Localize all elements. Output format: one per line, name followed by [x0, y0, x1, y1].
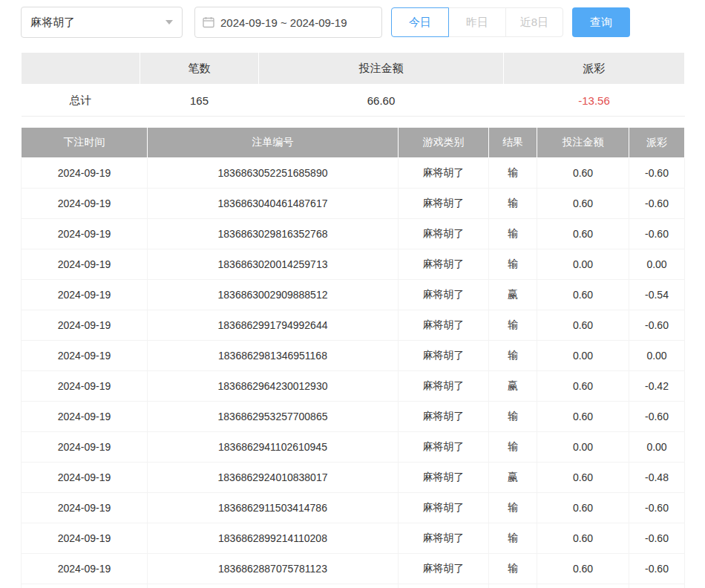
- cell-order-id: 1836862941102610945: [148, 432, 399, 463]
- cell-payout: 0.00: [629, 341, 685, 371]
- cell-payout: -0.60: [629, 310, 685, 341]
- cell-bet-amount: 0.60: [537, 280, 629, 310]
- chevron-down-icon: [165, 20, 173, 24]
- col-header-result: 结果: [489, 128, 537, 158]
- cell-payout: -0.60: [629, 493, 685, 523]
- cell-game-type: 麻将胡了: [399, 249, 489, 280]
- cell-payout: 0.00: [629, 249, 685, 280]
- cell-bet-time: 2024-09-19: [22, 341, 148, 371]
- table-row: 2024-09-191836862981346951168麻将胡了输0.000.…: [22, 341, 685, 371]
- cell-bet-time: 2024-09-19: [22, 249, 148, 280]
- filter-toolbar: 麻将胡了 2024-09-19 ~ 2024-09-19 今日 昨日 近8日 查…: [21, 7, 684, 37]
- cell-bet-time: 2024-09-19: [22, 310, 148, 341]
- cell-order-id: 1836862991794992644: [148, 310, 399, 341]
- game-select[interactable]: 麻将胡了: [21, 7, 183, 38]
- table-row: 2024-09-191836862875218489344麻将胡了输0.60-0…: [22, 584, 685, 588]
- cell-bet-amount: 0.00: [537, 249, 629, 280]
- cell-bet-amount: 0.60: [537, 463, 629, 493]
- cell-payout: -0.60: [629, 554, 685, 584]
- col-header-payout: 派彩: [629, 128, 685, 158]
- table-row: 2024-09-191836863002909888512麻将胡了赢0.60-0…: [22, 280, 685, 310]
- cell-bet-time: 2024-09-19: [22, 371, 148, 402]
- cell-result: 输: [489, 432, 537, 463]
- cell-result: 输: [489, 341, 537, 371]
- cell-bet-amount: 0.60: [537, 310, 629, 341]
- query-button[interactable]: 查询: [572, 7, 630, 37]
- table-row: 2024-09-191836862924010838017麻将胡了赢0.60-0…: [22, 463, 685, 493]
- cell-result: 赢: [489, 371, 537, 402]
- cell-bet-amount: 0.60: [537, 371, 629, 402]
- cell-game-type: 麻将胡了: [399, 341, 489, 371]
- cell-bet-time: 2024-09-19: [22, 493, 148, 523]
- cell-bet-time: 2024-09-19: [22, 523, 148, 554]
- cell-bet-amount: 0.60: [537, 554, 629, 584]
- last-8-days-button[interactable]: 近8日: [505, 7, 563, 37]
- cell-order-id: 1836862887075781123: [148, 554, 399, 584]
- cell-game-type: 麻将胡了: [399, 371, 489, 402]
- cell-payout: -0.60: [629, 158, 685, 189]
- cell-bet-amount: 0.60: [537, 402, 629, 432]
- summary-header-bet-amount: 投注金额: [259, 53, 504, 85]
- cell-payout: 0.00: [629, 432, 685, 463]
- cell-game-type: 麻将胡了: [399, 402, 489, 432]
- summary-total-label: 总计: [22, 85, 140, 117]
- summary-header-blank: [22, 53, 140, 85]
- table-row: 2024-09-191836862991794992644麻将胡了输0.60-0…: [22, 310, 685, 341]
- cell-bet-time: 2024-09-19: [22, 554, 148, 584]
- cell-bet-time: 2024-09-19: [22, 463, 148, 493]
- cell-bet-time: 2024-09-19: [22, 158, 148, 189]
- col-header-bet-time: 下注时间: [22, 128, 148, 158]
- cell-bet-time: 2024-09-19: [22, 280, 148, 310]
- cell-bet-time: 2024-09-19: [22, 189, 148, 219]
- cell-bet-time: 2024-09-19: [22, 584, 148, 588]
- cell-result: 赢: [489, 463, 537, 493]
- cell-result: 输: [489, 554, 537, 584]
- table-row: 2024-09-191836862899214110208麻将胡了输0.60-0…: [22, 523, 685, 554]
- cell-order-id: 1836862875218489344: [148, 584, 399, 588]
- summary-header-count: 笔数: [140, 53, 259, 85]
- table-row: 2024-09-191836863029816352768麻将胡了输0.60-0…: [22, 219, 685, 249]
- cell-order-id: 1836862981346951168: [148, 341, 399, 371]
- cell-order-id: 1836863020014259713: [148, 249, 399, 280]
- summary-table: 笔数 投注金额 派彩 总计 165 66.60 -13.56: [21, 52, 685, 117]
- table-row: 2024-09-191836862911503414786麻将胡了输0.60-0…: [22, 493, 685, 523]
- cell-bet-time: 2024-09-19: [22, 402, 148, 432]
- cell-bet-amount: 0.00: [537, 341, 629, 371]
- cell-result: 输: [489, 189, 537, 219]
- table-row: 2024-09-191836863040461487617麻将胡了输0.60-0…: [22, 189, 685, 219]
- cell-order-id: 1836863052251685890: [148, 158, 399, 189]
- cell-result: 输: [489, 402, 537, 432]
- cell-bet-amount: 0.60: [537, 189, 629, 219]
- cell-result: 输: [489, 523, 537, 554]
- cell-result: 赢: [489, 280, 537, 310]
- date-range-input[interactable]: 2024-09-19 ~ 2024-09-19: [194, 7, 382, 38]
- cell-bet-amount: 0.60: [537, 584, 629, 588]
- cell-game-type: 麻将胡了: [399, 463, 489, 493]
- cell-payout: -0.60: [629, 219, 685, 249]
- cell-game-type: 麻将胡了: [399, 219, 489, 249]
- cell-order-id: 1836863040461487617: [148, 189, 399, 219]
- cell-bet-amount: 0.60: [537, 523, 629, 554]
- cell-result: 输: [489, 584, 537, 588]
- cell-payout: -0.60: [629, 189, 685, 219]
- table-row: 2024-09-191836863052251685890麻将胡了输0.60-0…: [22, 158, 685, 189]
- yesterday-button[interactable]: 昨日: [448, 7, 506, 37]
- cell-result: 输: [489, 158, 537, 189]
- summary-total-count: 165: [140, 85, 259, 117]
- cell-game-type: 麻将胡了: [399, 554, 489, 584]
- summary-total-payout: -13.56: [504, 85, 685, 117]
- cell-payout: -0.60: [629, 402, 685, 432]
- cell-bet-time: 2024-09-19: [22, 432, 148, 463]
- summary-header-payout: 派彩: [504, 53, 685, 85]
- cell-order-id: 1836863002909888512: [148, 280, 399, 310]
- cell-bet-amount: 0.00: [537, 432, 629, 463]
- cell-order-id: 1836862911503414786: [148, 493, 399, 523]
- cell-result: 输: [489, 249, 537, 280]
- table-row: 2024-09-191836862941102610945麻将胡了输0.000.…: [22, 432, 685, 463]
- bet-table-header-row: 下注时间注单编号游戏类别结果投注金额派彩: [22, 128, 685, 158]
- cell-result: 输: [489, 219, 537, 249]
- cell-game-type: 麻将胡了: [399, 189, 489, 219]
- bet-table-body: 2024-09-191836863052251685890麻将胡了输0.60-0…: [22, 158, 685, 588]
- today-button[interactable]: 今日: [391, 7, 449, 37]
- cell-game-type: 麻将胡了: [399, 493, 489, 523]
